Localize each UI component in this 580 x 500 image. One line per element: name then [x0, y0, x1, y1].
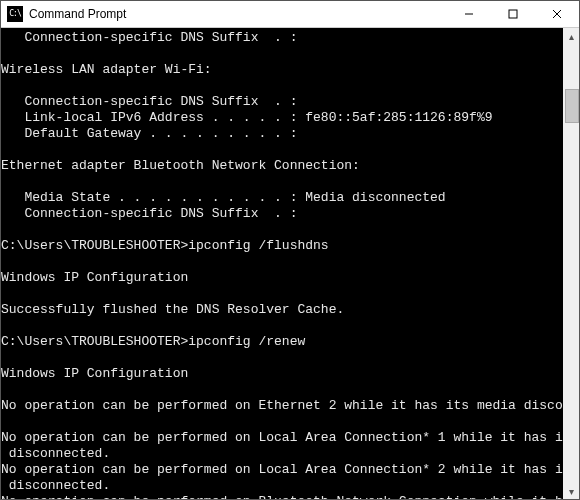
minimize-icon: [464, 9, 474, 19]
content-area: Connection-specific DNS Suffix . : Wirel…: [1, 28, 579, 499]
maximize-button[interactable]: [491, 1, 535, 27]
scroll-thumb[interactable]: [565, 89, 579, 123]
svg-rect-1: [509, 10, 517, 18]
maximize-icon: [508, 9, 518, 19]
close-button[interactable]: [535, 1, 579, 27]
titlebar[interactable]: C:\ Command Prompt: [1, 1, 579, 28]
scroll-down-arrow-icon[interactable]: ▾: [563, 483, 579, 499]
cmd-icon: C:\: [7, 6, 23, 22]
scroll-track[interactable]: [563, 44, 579, 483]
vertical-scrollbar[interactable]: ▴ ▾: [563, 28, 579, 499]
minimize-button[interactable]: [447, 1, 491, 27]
window-title: Command Prompt: [29, 7, 126, 21]
terminal-output[interactable]: Connection-specific DNS Suffix . : Wirel…: [1, 28, 563, 499]
command-prompt-window: C:\ Command Prompt Connection-specific D…: [0, 0, 580, 500]
close-icon: [552, 9, 562, 19]
scroll-up-arrow-icon[interactable]: ▴: [563, 28, 579, 44]
